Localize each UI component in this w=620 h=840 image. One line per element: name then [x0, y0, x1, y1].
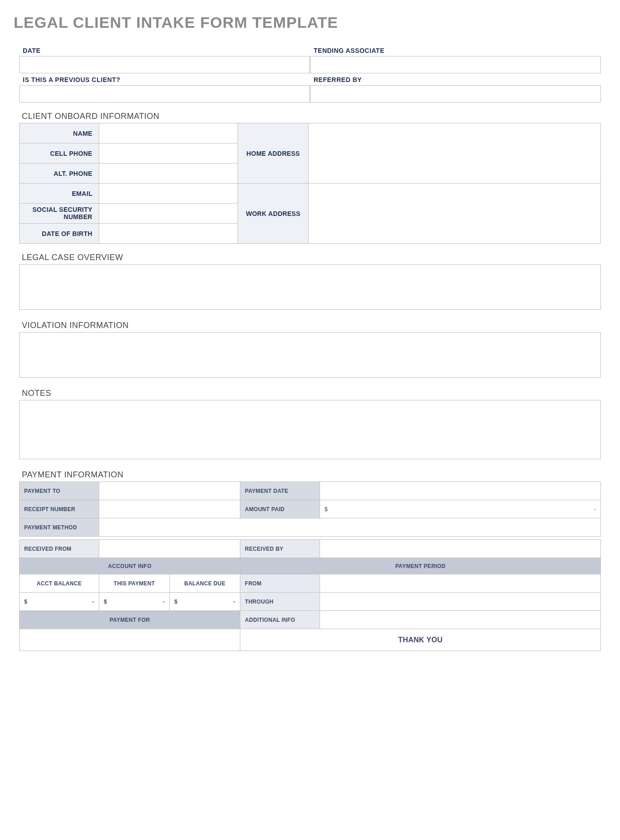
alt-phone-label: ALT. PHONE	[20, 164, 99, 184]
overview-section: LEGAL CASE OVERVIEW	[19, 247, 601, 312]
from-label: FROM	[240, 574, 320, 593]
payment-to-input[interactable]	[99, 482, 240, 500]
violation-input[interactable]	[19, 332, 601, 378]
balance-due-dash: -	[234, 599, 235, 605]
payment-for-input[interactable]	[20, 629, 240, 651]
payment-to-label: PAYMENT TO	[20, 482, 99, 500]
account-info-header: ACCOUNT INFO	[20, 558, 240, 574]
name-input[interactable]	[99, 123, 238, 143]
through-label: THROUGH	[240, 593, 320, 611]
through-input[interactable]	[320, 593, 601, 611]
acct-balance-currency: $	[24, 599, 27, 605]
ssn-label: SOCIAL SECURITY NUMBER	[20, 204, 99, 224]
violation-section: VIOLATION INFORMATION	[19, 315, 601, 379]
payment-for-label: PAYMENT FOR	[20, 611, 240, 629]
payment-period-header: PAYMENT PERIOD	[240, 558, 601, 574]
previous-client-label: IS THIS A PREVIOUS CLIENT?	[19, 73, 310, 85]
onboard-heading: CLIENT ONBOARD INFORMATION	[19, 106, 601, 123]
cell-phone-input[interactable]	[99, 143, 238, 164]
balance-due-currency: $	[174, 599, 178, 605]
alt-phone-input[interactable]	[99, 164, 238, 184]
this-payment-dash: -	[163, 599, 165, 605]
received-from-label: RECEIVED FROM	[20, 540, 99, 558]
additional-info-label: ADDITIONAL INFO	[240, 611, 320, 629]
amount-paid-label: AMOUNT PAID	[240, 500, 320, 518]
violation-heading: VIOLATION INFORMATION	[19, 315, 601, 332]
from-input[interactable]	[320, 574, 601, 593]
payment-method-input[interactable]	[99, 518, 601, 537]
email-input[interactable]	[99, 184, 238, 204]
acct-balance-value[interactable]: $ -	[20, 593, 99, 611]
additional-info-input[interactable]	[320, 611, 601, 629]
work-address-label: WORK ADDRESS	[238, 184, 309, 244]
date-label: DATE	[19, 44, 310, 56]
referred-by-label: REFERRED BY	[310, 73, 601, 85]
overview-input[interactable]	[19, 264, 601, 310]
previous-client-input[interactable]	[19, 85, 310, 102]
page-title: LEGAL CLIENT INTAKE FORM TEMPLATE	[14, 14, 606, 31]
referred-by-input[interactable]	[310, 85, 601, 102]
notes-section: NOTES	[19, 383, 601, 461]
dob-input[interactable]	[99, 224, 238, 244]
this-payment-currency: $	[104, 599, 107, 605]
acct-balance-dash: -	[92, 599, 94, 605]
received-by-label: RECEIVED BY	[240, 540, 320, 558]
this-payment-label: THIS PAYMENT	[99, 574, 170, 593]
name-label: NAME	[20, 123, 99, 143]
dob-label: DATE OF BIRTH	[20, 224, 99, 244]
notes-heading: NOTES	[19, 383, 601, 400]
receipt-number-input[interactable]	[99, 500, 240, 518]
balance-due-value[interactable]: $ -	[170, 593, 240, 611]
ssn-input[interactable]	[99, 204, 238, 224]
thank-you: THANK YOU	[240, 629, 601, 651]
amount-paid-value[interactable]: $ -	[320, 500, 601, 518]
date-input[interactable]	[19, 56, 310, 73]
header-section: DATE TENDING ASSOCIATE IS THIS A PREVIOU…	[19, 44, 601, 102]
home-address-label: HOME ADDRESS	[238, 123, 309, 184]
amount-paid-dash: -	[594, 506, 596, 512]
email-label: EMAIL	[20, 184, 99, 204]
payment-date-input[interactable]	[320, 482, 601, 500]
home-address-input[interactable]	[309, 123, 601, 184]
cell-phone-label: CELL PHONE	[20, 143, 99, 164]
this-payment-value[interactable]: $ -	[99, 593, 170, 611]
payment-section: PAYMENT INFORMATION PAYMENT TO PAYMENT D…	[19, 465, 601, 651]
received-by-input[interactable]	[320, 540, 601, 558]
work-address-input[interactable]	[309, 184, 601, 244]
payment-method-label: PAYMENT METHOD	[20, 518, 99, 537]
received-from-input[interactable]	[99, 540, 240, 558]
overview-heading: LEGAL CASE OVERVIEW	[19, 247, 601, 264]
associate-input[interactable]	[310, 56, 601, 73]
payment-date-label: PAYMENT DATE	[240, 482, 320, 500]
balance-due-label: BALANCE DUE	[170, 574, 240, 593]
associate-label: TENDING ASSOCIATE	[310, 44, 601, 56]
notes-input[interactable]	[19, 400, 601, 459]
payment-heading: PAYMENT INFORMATION	[19, 465, 601, 481]
acct-balance-label: ACCT BALANCE	[20, 574, 99, 593]
onboard-section: CLIENT ONBOARD INFORMATION NAME HOME ADD…	[19, 106, 601, 244]
amount-paid-currency: $	[325, 506, 328, 512]
receipt-number-label: RECEIPT NUMBER	[20, 500, 99, 518]
